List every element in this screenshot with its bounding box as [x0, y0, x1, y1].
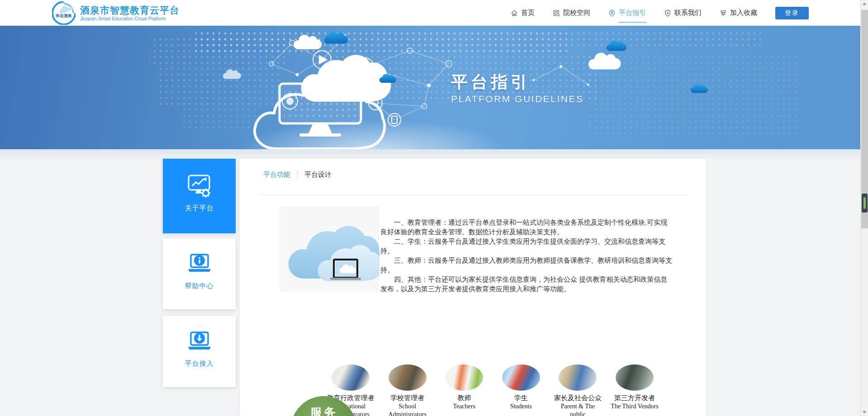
service-audiences: 教育行政管理者 Educational Administrators 学校管理者… — [326, 364, 659, 416]
page-scrollbar[interactable] — [860, 0, 868, 416]
login-button[interactable]: 登录 — [775, 7, 809, 19]
monitor-chart-gear-icon — [187, 174, 212, 198]
tab-platform-functions[interactable]: 平台功能 — [263, 170, 290, 179]
audience-parents-public: 家长及社会公众 Parent & The public — [553, 364, 602, 416]
audience-photo — [616, 364, 654, 391]
audience-photo — [445, 364, 483, 391]
audience-label-en: Parent & The public — [553, 402, 602, 416]
site-subtitle: Jiuquan Smart Education Cloud Platform — [80, 16, 180, 22]
audience-photo — [332, 364, 370, 391]
sidebar-item-about-platform[interactable]: 关于平台 — [163, 159, 236, 233]
cloud-laptop-image — [280, 206, 379, 292]
nav-item-schools[interactable]: 院校空间 — [553, 0, 590, 26]
audience-photo — [389, 364, 427, 391]
nav-label: 首页 — [521, 9, 535, 17]
audience-third-vendors: 第三方开发者 The Third Vendors — [610, 364, 659, 416]
audience-label-zh: 第三方开发者 — [610, 394, 659, 402]
svg-text:学在酒泉: 学在酒泉 — [56, 14, 72, 18]
audience-photo — [502, 364, 540, 391]
audience-school-administrators: 学校管理者 School Administrators — [383, 364, 432, 416]
banner-glow — [0, 26, 868, 149]
description-item: 三、教师：云服务平台及通过接入教师类应用为教师提供备课教学、教研培训和信息查询等… — [380, 255, 674, 274]
brand[interactable]: 学在酒泉 酒泉市智慧教育云平台 Jiuquan Smart Education … — [52, 1, 180, 25]
scrollbar-down-arrow[interactable] — [861, 408, 868, 416]
tab-separator — [297, 171, 298, 178]
audience-label-zh: 家长及社会公众 — [553, 394, 602, 402]
audience-teachers: 教师 Teachers — [439, 364, 489, 416]
sidebar-item-label: 平台接入 — [163, 359, 236, 368]
nav-item-contact[interactable]: 联系我们 — [664, 0, 702, 26]
top-header: 学在酒泉 酒泉市智慧教育云平台 Jiuquan Smart Education … — [0, 0, 868, 26]
content-tabs: 平台功能 平台设计 — [263, 170, 332, 179]
banner-subtitle: PLATFORM GUIDELINES — [451, 94, 583, 104]
badge-star-icon — [664, 9, 671, 17]
sidebar-item-help-center[interactable]: 帮助中心 — [163, 238, 236, 309]
laptop-download-icon — [187, 331, 212, 353]
audience-label-en: Teachers — [439, 402, 489, 411]
description-item: 一、教育管理者：通过云平台单点登录和一站式访问各类业务系统及定制个性化模块,可实… — [380, 217, 674, 236]
sidebar-item-label: 帮助中心 — [163, 282, 236, 290]
nav-item-guidelines[interactable]: 平台指引 — [608, 0, 646, 26]
audience-photo — [559, 364, 597, 391]
divider-line — [259, 195, 687, 195]
main-nav: 首页 院校空间 平台指引 — [511, 0, 809, 26]
sidebar-item-platform-access[interactable]: 平台接入 — [163, 316, 236, 387]
banner-title: 平台指引 — [451, 71, 531, 94]
service-circle-label: 服务 — [291, 405, 357, 416]
description-item: 四、其他：平台还可以为家长提供学生信息查询，为社会公众 提供教育相关动态和政策信… — [380, 274, 674, 293]
nav-item-home[interactable]: 首页 — [511, 0, 535, 26]
site-title: 酒泉市智慧教育云平台 — [80, 5, 180, 16]
audience-label-en: The Third Vendors — [610, 402, 659, 411]
audience-label-zh: 学校管理者 — [383, 394, 432, 402]
flag-icon — [720, 9, 727, 17]
nav-item-favorites[interactable]: 加入收藏 — [720, 0, 757, 26]
tab-platform-design[interactable]: 平台设计 — [304, 170, 332, 179]
sidebar-item-label: 关于平台 — [163, 204, 236, 213]
person-pin-icon — [608, 9, 616, 17]
scrollbar-marker — [862, 194, 868, 213]
laptop-info-icon — [187, 254, 212, 275]
platform-logo-icon: 学在酒泉 — [52, 1, 76, 25]
description-item: 二、学生：云服务平台及通过接入学生类应用为学生提供全面的学习、交流和信息查询等支… — [380, 236, 674, 255]
nav-label: 联系我们 — [674, 9, 702, 17]
hero-banner: 平台指引 PLATFORM GUIDELINES — [0, 26, 868, 149]
audience-label-zh: 学生 — [496, 394, 546, 402]
audience-label-en: School Administrators — [383, 402, 432, 416]
nav-label: 加入收藏 — [730, 9, 757, 17]
audience-label-en: Students — [496, 402, 546, 411]
audience-students: 学生 Students — [496, 364, 546, 416]
home-icon — [511, 9, 518, 17]
audience-label-zh: 教师 — [439, 394, 489, 402]
nav-label: 院校空间 — [563, 9, 590, 17]
nav-label: 平台指引 — [619, 9, 646, 17]
grid-icon — [553, 9, 560, 17]
platform-description: 一、教育管理者：通过云平台单点登录和一站式访问各类业务系统及定制个性化模块,可实… — [380, 217, 674, 293]
scrollbar-up-arrow[interactable] — [861, 0, 868, 8]
page: 学在酒泉 酒泉市智慧教育云平台 Jiuquan Smart Education … — [0, 0, 868, 416]
